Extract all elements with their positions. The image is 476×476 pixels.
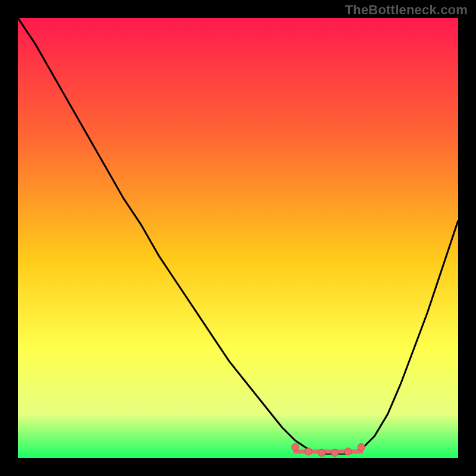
marker-dot xyxy=(292,444,299,451)
marker-dot xyxy=(305,448,312,455)
gradient-background xyxy=(18,18,458,458)
marker-dot xyxy=(318,449,325,456)
plot-area xyxy=(18,18,458,458)
chart-frame: TheBottleneck.com xyxy=(0,0,476,476)
watermark-text: TheBottleneck.com xyxy=(345,2,468,18)
bottleneck-chart xyxy=(18,18,458,458)
marker-dot xyxy=(345,448,352,455)
marker-dot xyxy=(358,444,365,451)
marker-dot xyxy=(331,449,339,456)
